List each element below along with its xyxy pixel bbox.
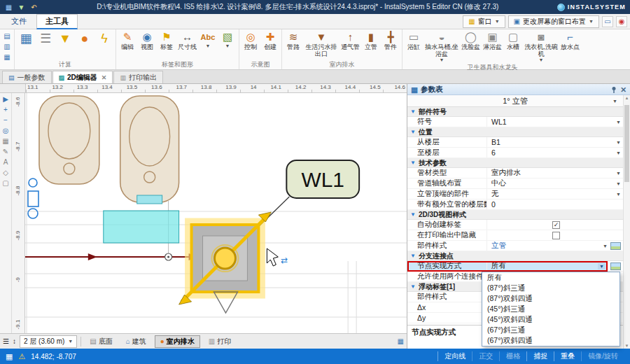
- power-calc-button[interactable]: ϟ: [94, 30, 114, 47]
- menu-icon[interactable]: ☰: [3, 337, 9, 345]
- fixture-toilet-1[interactable]: [39, 96, 99, 184]
- zoom-icon[interactable]: ◎: [3, 127, 9, 134]
- dimension-button[interactable]: ↔ 尺寸线: [176, 30, 198, 51]
- table-icon[interactable]: ▤: [2, 31, 12, 41]
- scroll-down-icon[interactable]: ▼: [624, 344, 630, 348]
- riser-button[interactable]: ▮ 立管: [361, 30, 381, 51]
- graphic-button[interactable]: ▧ ▼: [218, 30, 237, 49]
- dropdown-option[interactable]: (87°)双斜四通: [482, 293, 620, 304]
- toggle-ortho[interactable]: 正交: [472, 351, 499, 361]
- grid-icon[interactable]: ▦: [2, 137, 8, 145]
- panel-scrollbar[interactable]: ▲ ▼: [623, 95, 630, 349]
- close-icon[interactable]: ✕: [100, 74, 107, 81]
- sheet-icon[interactable]: ▥: [2, 42, 12, 51]
- pipe-button[interactable]: ≋ 管路: [284, 30, 303, 51]
- view-building-button[interactable]: ⌂ 建筑: [121, 336, 151, 347]
- label-button[interactable]: ⚑ 标签: [157, 30, 176, 51]
- section-position[interactable]: ▼位置: [407, 127, 623, 137]
- dropdown-option[interactable]: (67°)斜三通: [482, 325, 620, 335]
- calc-table-button[interactable]: ▦: [16, 30, 36, 47]
- screen-icon[interactable]: ▭: [602, 16, 613, 27]
- tap-button[interactable]: ⌐ 放水点: [559, 30, 581, 51]
- section-view-style[interactable]: ▼2D/3D视图样式: [407, 210, 623, 220]
- view-drainage-button[interactable]: ● 室内排水: [155, 335, 200, 348]
- chevron-down-icon[interactable]: ▼: [616, 171, 621, 176]
- grid-icon[interactable]: ▦: [2, 52, 12, 62]
- node-preview-icon[interactable]: [610, 262, 621, 270]
- chevron-down-icon[interactable]: ▼: [616, 140, 621, 145]
- water-calc-button[interactable]: ●: [75, 30, 94, 47]
- toggle-mirror-rotate[interactable]: 镜像/旋转: [581, 351, 624, 361]
- riser-symbol[interactable]: [215, 248, 236, 269]
- chevron-down-icon[interactable]: ▼: [598, 263, 606, 270]
- prop-row-node-mode[interactable]: 节点实现方式 所有▼: [407, 261, 608, 272]
- floor-switch-icon[interactable]: ↕: [13, 337, 16, 345]
- filter-button[interactable]: ▼: [55, 30, 75, 47]
- toggle-overlap[interactable]: 重叠: [554, 351, 581, 361]
- toggle-guides[interactable]: 定向线: [438, 351, 472, 361]
- prop-row-part-style[interactable]: 部件样式 立管▼: [407, 241, 623, 251]
- chevron-down-icon[interactable]: ▼: [616, 181, 621, 186]
- chevron-down-icon[interactable]: ▼: [616, 120, 621, 125]
- vent-pipe-button[interactable]: ↑ 通气管: [340, 30, 361, 51]
- prop-row-from-floor[interactable]: 从楼层 B1▼: [407, 137, 623, 148]
- pin-icon[interactable]: ◉: [616, 16, 627, 27]
- dropdown-option[interactable]: (87°)斜三通: [482, 283, 620, 293]
- edit-button[interactable]: ✎ 编辑: [118, 30, 137, 51]
- drawing-canvas[interactable]: WL1 ⇄: [25, 93, 407, 333]
- control-button[interactable]: ◎ 控制: [241, 30, 260, 51]
- prop-row-to-floor[interactable]: 至楼层 6▼: [407, 148, 623, 158]
- selected-riser-node[interactable]: [179, 212, 272, 304]
- fixture-toilet-2[interactable]: [120, 96, 179, 204]
- view-settings-icon[interactable]: ▦: [398, 337, 404, 345]
- tab-2d-editor[interactable]: ▨ 2D编辑器 ✕: [52, 71, 113, 83]
- shower-button[interactable]: ▣ 淋浴盆: [482, 30, 503, 51]
- abc-button[interactable]: Abc ▼: [198, 30, 218, 49]
- chevron-down-icon[interactable]: ▼: [616, 192, 621, 197]
- chevron-down-icon[interactable]: ▼: [616, 150, 621, 155]
- wall-fixture-symbols[interactable]: [28, 178, 38, 218]
- tab-general-params[interactable]: ▤ 一般参数: [2, 71, 52, 83]
- rect-icon[interactable]: ▢: [2, 179, 8, 187]
- bathtub-button[interactable]: ▭ 浴缸: [404, 30, 424, 51]
- highlight-zone[interactable]: [104, 211, 179, 243]
- washbasin-button[interactable]: ◯ 洗脸盆: [460, 30, 482, 51]
- selected-object-combo[interactable]: 1° 立管 ▼: [407, 95, 623, 107]
- create-button[interactable]: ✚ 创建: [260, 30, 280, 51]
- save-icon[interactable]: ▼: [17, 3, 26, 12]
- prop-row-pipe-type[interactable]: 管材类型 室内排水▼: [407, 168, 623, 178]
- prop-row-hide-in-print[interactable]: 在打印输出中隐藏: [407, 230, 623, 241]
- fitting-button[interactable]: ╋ 管件: [381, 30, 400, 51]
- section-symbol[interactable]: ▼部件符号: [407, 107, 623, 117]
- view-bottom-button[interactable]: ▤ 底面: [85, 336, 117, 347]
- text-icon[interactable]: A: [4, 158, 8, 166]
- checkbox-unchecked[interactable]: [552, 232, 560, 239]
- window-menu-button[interactable]: ▦ 窗口 ▼: [463, 15, 505, 28]
- prop-row-auto-label[interactable]: 自动创建标签: [407, 220, 623, 230]
- style-preview-icon[interactable]: [610, 242, 621, 250]
- prop-row-axis-layout[interactable]: 管道轴线布置 中心▼: [407, 178, 623, 189]
- layout-menu-button[interactable]: ▣ 更改屏幕的窗口布置 ▼: [508, 15, 599, 28]
- view-print-button[interactable]: ▥ 打印: [204, 336, 236, 347]
- view-button[interactable]: ◉ 视图: [137, 30, 157, 51]
- prop-row-extra-floors[interactable]: 带有额外立管的楼层数 0: [407, 200, 623, 210]
- section-technical[interactable]: ▼技术参数: [407, 158, 623, 168]
- close-icon[interactable]: ✕: [620, 85, 626, 94]
- menu-main-tools[interactable]: 主工具: [36, 14, 78, 29]
- chevron-down-icon[interactable]: ▼: [603, 244, 608, 248]
- dropdown-option[interactable]: (45°)双斜四通: [482, 314, 620, 325]
- toggle-grid[interactable]: 栅格: [499, 351, 526, 361]
- dropdown-option[interactable]: 所有: [482, 272, 620, 283]
- calculator-button[interactable]: ☰: [36, 30, 55, 47]
- scrollbar-thumb[interactable]: [624, 105, 629, 182]
- select-icon[interactable]: ▶: [3, 95, 8, 103]
- section-branch-connection[interactable]: ▼分支连接点: [407, 251, 623, 261]
- wl1-label[interactable]: WL1: [286, 160, 359, 198]
- add-icon[interactable]: +: [4, 106, 8, 113]
- toggle-snap[interactable]: 捕捉: [526, 351, 554, 361]
- dropdown-option[interactable]: (45°)斜三通: [482, 304, 620, 314]
- shape-icon[interactable]: ◇: [3, 169, 8, 176]
- toilet-button[interactable]: ◒ 抽水马桶,坐浴盆 ▼: [424, 30, 460, 63]
- grid-status-icon[interactable]: ▦: [6, 352, 13, 361]
- tab-print-output[interactable]: ▥ 打印输出: [113, 71, 163, 83]
